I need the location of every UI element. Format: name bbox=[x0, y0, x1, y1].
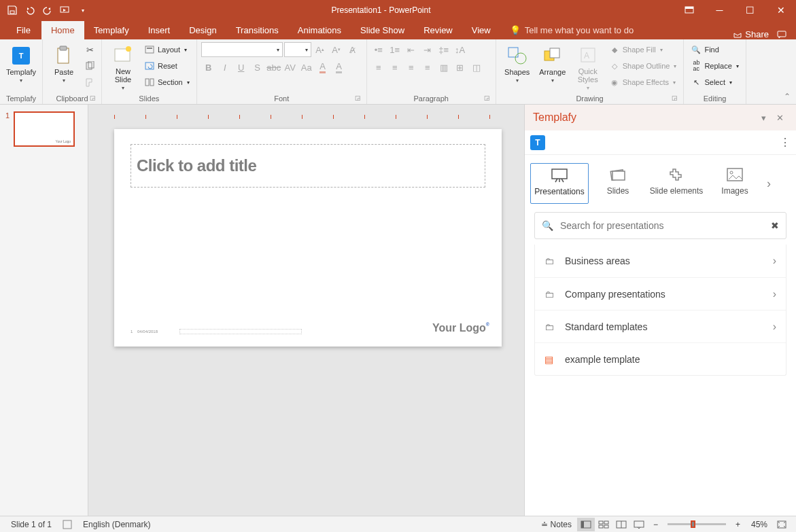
slide-canvas[interactable]: Click to add title 1 04/04/2018 Your Log… bbox=[88, 105, 524, 516]
bold-icon[interactable]: B bbox=[201, 60, 216, 75]
format-painter-icon[interactable] bbox=[82, 75, 97, 90]
paste-button[interactable]: Paste ▾ bbox=[47, 42, 81, 91]
tab-review[interactable]: Review bbox=[414, 21, 462, 39]
decrease-font-icon[interactable]: A▾ bbox=[329, 42, 344, 57]
title-placeholder[interactable]: Click to add title bbox=[131, 144, 485, 188]
font-name-combo[interactable]: ▾ bbox=[201, 42, 283, 57]
columns-icon[interactable]: ▥ bbox=[436, 60, 451, 75]
pane-tab-images[interactable]: Images bbox=[706, 163, 764, 204]
pane-close-icon[interactable]: ✕ bbox=[772, 113, 788, 123]
pane-options-icon[interactable]: ▾ bbox=[755, 113, 772, 123]
reset-button[interactable]: Reset bbox=[141, 58, 192, 73]
tab-slideshow[interactable]: Slide Show bbox=[351, 21, 414, 39]
section-button[interactable]: Section▾ bbox=[141, 75, 192, 90]
copy-icon[interactable] bbox=[82, 58, 97, 73]
underline-icon[interactable]: U bbox=[234, 60, 249, 75]
increase-font-icon[interactable]: A▴ bbox=[313, 42, 328, 57]
numbering-icon[interactable]: 1≡ bbox=[387, 42, 402, 57]
pane-tab-presentations[interactable]: Presentations bbox=[530, 163, 589, 204]
justify-icon[interactable]: ≡ bbox=[420, 60, 435, 75]
clear-formatting-icon[interactable]: A̷ bbox=[345, 42, 360, 57]
tab-view[interactable]: View bbox=[462, 21, 500, 39]
text-direction-icon[interactable]: ↕A bbox=[453, 42, 468, 57]
qat-customize-icon[interactable]: ▾ bbox=[77, 5, 88, 16]
zoom-slider[interactable] bbox=[668, 523, 726, 525]
folder-item[interactable]: 🗀 Company presentations › bbox=[535, 277, 786, 310]
folder-item[interactable]: 🗀 Business areas › bbox=[535, 245, 786, 277]
select-button[interactable]: ↖Select▾ bbox=[688, 75, 741, 90]
save-icon[interactable] bbox=[7, 5, 18, 16]
undo-icon[interactable] bbox=[24, 5, 35, 16]
align-left-icon[interactable]: ≡ bbox=[371, 60, 386, 75]
shape-outline-button[interactable]: ◇Shape Outline▾ bbox=[606, 58, 680, 73]
search-input[interactable] bbox=[560, 220, 771, 231]
slide-sorter-icon[interactable] bbox=[595, 518, 612, 531]
slide[interactable]: Click to add title 1 04/04/2018 Your Log… bbox=[114, 129, 502, 347]
align-right-icon[interactable]: ≡ bbox=[404, 60, 419, 75]
slide-counter[interactable]: Slide 1 of 1 bbox=[5, 520, 57, 529]
start-from-beginning-icon[interactable] bbox=[60, 5, 71, 16]
maximize-icon[interactable]: ☐ bbox=[735, 0, 765, 20]
clipboard-launcher-icon[interactable]: ◲ bbox=[90, 94, 96, 101]
close-icon[interactable]: ✕ bbox=[765, 0, 796, 20]
layout-button[interactable]: Layout▾ bbox=[141, 42, 192, 57]
tab-design[interactable]: Design bbox=[179, 21, 226, 39]
pane-tab-elements[interactable]: Slide elements bbox=[647, 163, 706, 204]
folder-item[interactable]: 🗀 Standard templates › bbox=[535, 310, 786, 342]
strikethrough-icon[interactable]: abc bbox=[266, 60, 281, 75]
minimize-icon[interactable]: ─ bbox=[704, 0, 735, 20]
font-launcher-icon[interactable]: ◲ bbox=[355, 94, 361, 101]
language-status[interactable]: English (Denmark) bbox=[77, 520, 156, 529]
font-size-combo[interactable]: ▾ bbox=[284, 42, 311, 57]
clear-search-icon[interactable]: ✖ bbox=[771, 220, 779, 231]
pane-tab-slides[interactable]: Slides bbox=[589, 163, 647, 204]
zoom-slider-thumb[interactable] bbox=[691, 520, 695, 528]
zoom-level[interactable]: 45% bbox=[746, 520, 773, 529]
templafy-button[interactable]: T Templafy ▾ bbox=[4, 42, 38, 91]
smartart-icon[interactable]: ◫ bbox=[469, 60, 484, 75]
find-button[interactable]: 🔍Find bbox=[688, 42, 741, 57]
redo-icon[interactable] bbox=[42, 5, 53, 16]
shapes-button[interactable]: Shapes ▾ bbox=[500, 42, 534, 91]
shape-effects-button[interactable]: ◉Shape Effects▾ bbox=[606, 75, 680, 90]
reading-view-icon[interactable] bbox=[612, 518, 630, 531]
new-slide-button[interactable]: New Slide ▾ bbox=[106, 42, 140, 91]
tab-animations[interactable]: Animations bbox=[288, 21, 351, 39]
slide-thumbnail[interactable]: Your Logo bbox=[14, 111, 75, 147]
tab-file[interactable]: File bbox=[5, 21, 41, 39]
arrange-button[interactable]: Arrange ▾ bbox=[536, 42, 570, 91]
decrease-indent-icon[interactable]: ⇤ bbox=[404, 42, 419, 57]
slide-footer-field[interactable] bbox=[179, 329, 302, 334]
replace-button[interactable]: abacReplace▾ bbox=[688, 58, 741, 73]
share-button[interactable]: Share bbox=[733, 29, 769, 39]
ribbon-display-options-icon[interactable] bbox=[674, 0, 704, 20]
zoom-out-button[interactable]: − bbox=[648, 520, 663, 529]
tab-transitions[interactable]: Transitions bbox=[226, 21, 288, 39]
shadow-icon[interactable]: S bbox=[250, 60, 265, 75]
tab-home[interactable]: Home bbox=[41, 21, 84, 39]
italic-icon[interactable]: I bbox=[218, 60, 232, 75]
paragraph-launcher-icon[interactable]: ◲ bbox=[484, 94, 490, 101]
tab-insert[interactable]: Insert bbox=[139, 21, 180, 39]
slideshow-view-icon[interactable] bbox=[630, 518, 648, 531]
pane-menu-icon[interactable]: ⋮ bbox=[780, 136, 791, 149]
align-center-icon[interactable]: ≡ bbox=[387, 60, 402, 75]
change-case-icon[interactable]: Aa bbox=[299, 60, 314, 75]
fit-to-window-icon[interactable] bbox=[773, 518, 791, 531]
quick-styles-button[interactable]: A Quick Styles ▾ bbox=[571, 42, 605, 91]
zoom-in-button[interactable]: + bbox=[730, 520, 746, 529]
comments-icon[interactable] bbox=[777, 31, 786, 39]
font-color-icon[interactable]: A bbox=[315, 60, 330, 75]
notes-button[interactable]: ≐Notes bbox=[536, 520, 577, 529]
drawing-launcher-icon[interactable]: ◲ bbox=[672, 94, 678, 101]
bullets-icon[interactable]: •≡ bbox=[371, 42, 386, 57]
tab-templafy[interactable]: Templafy bbox=[84, 21, 139, 39]
normal-view-icon[interactable] bbox=[577, 518, 595, 531]
spell-check-icon[interactable] bbox=[57, 520, 77, 529]
pane-tabs-next-icon[interactable]: › bbox=[764, 177, 774, 191]
template-item[interactable]: ▤ example template bbox=[535, 342, 786, 375]
tell-me[interactable]: 💡 Tell me what you want to do bbox=[500, 21, 643, 39]
increase-indent-icon[interactable]: ⇥ bbox=[420, 42, 435, 57]
cut-icon[interactable]: ✂ bbox=[82, 42, 97, 57]
character-spacing-icon[interactable]: AV bbox=[283, 60, 298, 75]
